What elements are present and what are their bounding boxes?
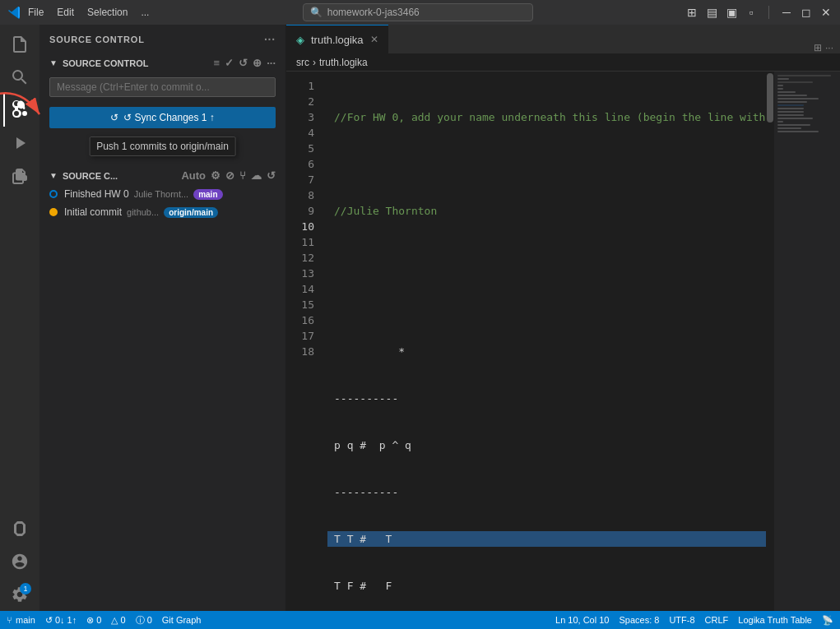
branch-badge-origin: origin/main [164,207,218,218]
line-num-14: 14 [286,281,321,297]
errors-status[interactable]: ⊗ 0 [86,615,101,626]
broadcast-icon: 📡 [822,615,833,626]
tab-bar: ◈ truth.logika ✕ ⊞ ··· [286,25,840,53]
branch-status[interactable]: ⑂ main [7,615,35,625]
warnings-status[interactable]: △ 0 [111,615,125,626]
breadcrumb-src[interactable]: src [296,57,309,68]
graph-branch-icon[interactable]: ⑂ [239,169,246,182]
commit-message-input[interactable] [49,77,276,97]
close-button[interactable]: ✕ [820,7,832,18]
sync-changes-button[interactable]: ↺ ↺ Sync Changes 1 ↑ [49,107,276,128]
graph-section-header[interactable]: ▼ SOURCE C... Auto ⚙ ⊘ ⑂ ☁ ↺ [39,166,285,185]
commit-list: Finished HW 0 Julie Thornt... main Initi… [39,185,285,221]
mini-line [777,127,801,129]
code-line-2 [327,156,766,172]
divider [768,6,769,19]
split-icon[interactable]: ▤ [706,7,717,18]
commit-info: Initial commit github... origin/main [64,206,276,218]
sidebar: SOURCE CONTROL ··· ▼ SOURCE CONTROL ≡ ✓ … [39,25,286,611]
layout-icon[interactable]: ⊞ [686,7,698,18]
line-ending-status[interactable]: CRLF [705,615,729,625]
source-control-section: ▼ SOURCE CONTROL ≡ ✓ ↺ ⊕ ··· [39,53,285,133]
mini-line [777,111,804,113]
tab-truth-logika[interactable]: ◈ truth.logika ✕ [286,25,388,53]
code-line-6: * [327,344,766,359]
settings-badge: 1 [20,583,31,594]
code-content[interactable]: //For HW 0, add your name underneath thi… [327,72,766,611]
line-num-2: 2 [286,94,321,109]
graph-auto-label: Auto [181,169,206,182]
sync-status[interactable]: ↺ 0↓ 1↑ [45,615,77,626]
graph-refresh-icon[interactable]: ↺ [267,169,276,182]
info-text: ⓘ 0 [136,614,152,627]
commit-item[interactable]: Finished HW 0 Julie Thornt... main [39,185,285,203]
commit-dot-open [49,190,58,198]
line-col-status[interactable]: Ln 10, Col 10 [555,615,609,625]
code-line-11: T F # F [327,578,766,594]
broadcast-status[interactable]: 📡 [822,615,833,626]
scrollbar-track[interactable] [766,72,774,611]
sidebar-more-options[interactable]: ··· [264,33,276,46]
status-right: Ln 10, Col 10 Spaces: 8 UTF-8 CRLF Logik… [555,615,833,626]
encoding-status[interactable]: UTF-8 [669,615,694,625]
spaces-status[interactable]: Spaces: 8 [619,615,659,625]
mini-line [777,124,810,126]
info-status[interactable]: ⓘ 0 [136,614,152,627]
git-graph-status[interactable]: Git Graph [162,615,202,625]
line-num-7: 7 [286,172,321,187]
activity-settings[interactable]: 1 [3,578,36,611]
sync-label: ↺ Sync Changes 1 ↑ [123,112,215,123]
mini-line [777,85,783,86]
sc-plus-icon[interactable]: ⊕ [253,57,262,69]
warnings-text: △ 0 [111,615,125,626]
code-line-5 [327,297,766,312]
sc-chevron-icon: ▼ [49,58,58,67]
line-num-8: 8 [286,187,321,203]
menu-file[interactable]: File [28,7,44,18]
graph-cloud-icon[interactable]: ☁ [251,169,262,182]
sc-list-icon[interactable]: ≡ [214,57,220,69]
mini-line [777,98,819,99]
panel-icon[interactable]: ▣ [726,7,737,18]
editor-layout-icon[interactable]: ⊞ [814,42,822,53]
breadcrumb-sep: › [313,57,316,68]
code-line-10: T T # T [327,531,766,547]
mini-line [777,114,804,116]
sc-more-icon[interactable]: ··· [267,57,276,69]
menu-selection[interactable]: Selection [87,7,128,18]
line-num-13: 13 [286,266,321,281]
line-num-17: 17 [286,328,321,344]
activity-account[interactable] [3,545,36,578]
menu-edit[interactable]: Edit [57,7,74,18]
sc-refresh-icon[interactable]: ↺ [239,57,248,69]
line-num-9: 9 [286,203,321,219]
global-search-bar[interactable]: 🔍 homework-0-jas3466 [303,3,533,21]
scrollbar-thumb[interactable] [767,73,773,123]
activity-explorer[interactable] [3,28,36,61]
sidebar-header-icons: ··· [264,33,276,46]
commit-message: Finished HW 0 [64,188,129,200]
search-icon: 🔍 [310,7,323,18]
tab-close-button[interactable]: ✕ [370,34,378,45]
activity-extensions[interactable] [3,160,36,192]
customize-icon[interactable]: ▫ [745,7,757,18]
encoding-text: UTF-8 [669,615,694,625]
activity-test[interactable] [3,512,36,545]
commit-item[interactable]: Initial commit github... origin/main [39,203,285,221]
graph-settings-icon[interactable]: ⚙ [211,169,220,182]
language-status[interactable]: Logika Truth Table [738,615,812,625]
breadcrumb-file[interactable]: truth.logika [319,57,368,68]
commit-dot-filled [49,208,58,216]
line-num-3: 3 [286,109,321,125]
sc-check-icon[interactable]: ✓ [225,57,234,69]
restore-button[interactable]: ◻ [801,7,812,18]
sc-section-title: SOURCE CONTROL [63,58,149,68]
editor-more-icon[interactable]: ··· [825,42,833,53]
errors-text: ⊗ 0 [86,615,101,626]
graph-filter-icon[interactable]: ⊘ [225,169,234,182]
line-num-4: 4 [286,125,321,141]
minimize-button[interactable]: ─ [781,7,792,18]
status-left: ⑂ main ↺ 0↓ 1↑ ⊗ 0 △ 0 ⓘ 0 Git Graph [7,614,201,627]
menu-more[interactable]: ... [141,7,149,18]
source-control-section-header[interactable]: ▼ SOURCE CONTROL ≡ ✓ ↺ ⊕ ··· [39,53,285,72]
